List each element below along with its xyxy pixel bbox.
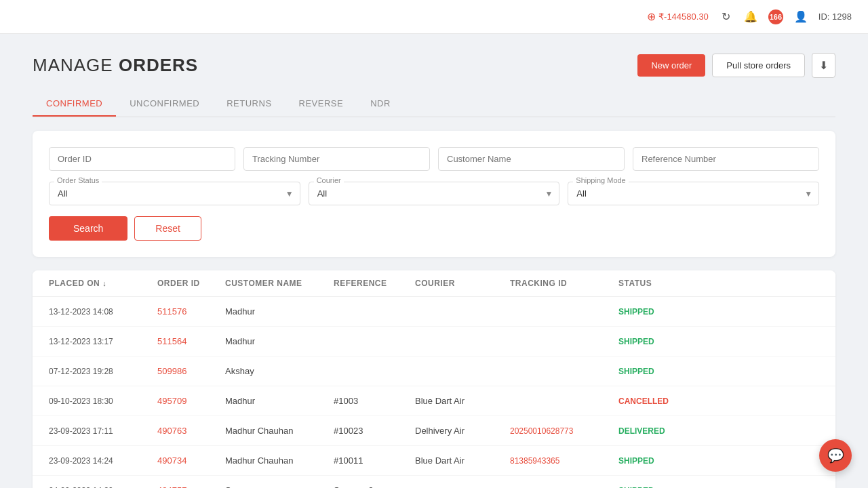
- shipping-mode-select[interactable]: All: [568, 182, 819, 205]
- cell-status: SHIPPED: [618, 456, 693, 466]
- cell-order-id[interactable]: 484757: [157, 485, 225, 488]
- order-status-wrap: Order Status All ▼: [49, 182, 300, 205]
- search-button[interactable]: Search: [49, 216, 127, 241]
- tab-returns[interactable]: RETURNS: [213, 92, 285, 117]
- cell-customer-name: Madhur Chauhan: [225, 426, 334, 436]
- courier-wrap: Courier All ▼: [309, 182, 560, 205]
- cell-status: SHIPPED: [618, 337, 693, 346]
- new-order-button[interactable]: New order: [637, 54, 705, 77]
- navbar: ⊕ ₹-144580.30 ↻ 🔔 166 👤 ID: 1298: [0, 0, 868, 34]
- cell-placed-on: 04-09-2023 14:39: [49, 486, 157, 489]
- cell-order-id[interactable]: 511564: [157, 336, 225, 346]
- user-icon[interactable]: 👤: [794, 10, 808, 24]
- tab-unconfirmed[interactable]: UNCONFIRMED: [116, 92, 213, 117]
- filter-row-inputs: [49, 147, 819, 171]
- page-title-bold: ORDERS: [119, 55, 198, 75]
- table-row: 13-12-2023 13:17511564MadhurSHIPPED: [33, 327, 835, 357]
- page-title-light: MANAGE: [33, 55, 119, 75]
- notification-icon[interactable]: 🔔: [744, 10, 757, 24]
- pull-store-button[interactable]: Pull store orders: [712, 54, 805, 77]
- table-row: 23-09-2023 14:24490734Madhur Chauhan#100…: [33, 446, 835, 476]
- cell-placed-on: 09-10-2023 18:30: [49, 396, 157, 406]
- page-header: MANAGE ORDERS New order Pull store order…: [33, 53, 835, 78]
- reset-button[interactable]: Reset: [134, 216, 201, 241]
- cell-status: DELIVERED: [618, 426, 693, 436]
- header-actions: New order Pull store orders ⬇: [637, 53, 835, 78]
- th-order_id: ORDER ID: [157, 279, 225, 288]
- tracking-number-input[interactable]: [243, 147, 430, 171]
- cell-placed-on: 13-12-2023 13:17: [49, 337, 157, 346]
- cell-status: SHIPPED: [618, 486, 693, 489]
- tab-reverse[interactable]: REVERSE: [285, 92, 357, 117]
- customer-name-input[interactable]: [438, 147, 625, 171]
- cell-placed-on: 23-09-2023 14:24: [49, 456, 157, 466]
- cell-order-id[interactable]: 509986: [157, 366, 225, 376]
- cell-order-id[interactable]: 495709: [157, 396, 225, 406]
- cell-courier: Delhivery Air: [415, 426, 510, 436]
- cell-customer-name: Akshay: [225, 366, 334, 376]
- filter-row-selects: Order Status All ▼ Courier All ▼ Shippin…: [49, 182, 819, 205]
- filter-actions: Search Reset: [49, 216, 819, 241]
- table-row: 04-09-2023 14:39484757SuganyaSuganya2SHI…: [33, 476, 835, 488]
- cell-status: SHIPPED: [618, 307, 693, 317]
- th-customer_name: CUSTOMER NAME: [225, 279, 334, 288]
- reference-number-input[interactable]: [633, 147, 819, 171]
- cell-reference: Suganya2: [334, 485, 415, 488]
- chat-fab-button[interactable]: 💬: [819, 439, 852, 472]
- main-container: MANAGE ORDERS New order Pull store order…: [0, 34, 868, 488]
- cell-status: CANCELLED: [618, 396, 693, 406]
- cell-placed-on: 07-12-2023 19:28: [49, 367, 157, 376]
- order-status-label: Order Status: [54, 176, 102, 184]
- cell-reference: #1003: [334, 396, 415, 406]
- sort-arrow-placed_on: ↓: [102, 279, 106, 287]
- table-body: 13-12-2023 14:08511576MadhurSHIPPED13-12…: [33, 297, 835, 488]
- download-icon: ⬇: [819, 60, 828, 71]
- table-row: 13-12-2023 14:08511576MadhurSHIPPED: [33, 297, 835, 327]
- balance-display: ⊕ ₹-144580.30: [647, 10, 709, 23]
- cell-customer-name: Madhur Chauhan: [225, 455, 334, 466]
- courier-label: Courier: [314, 176, 344, 184]
- shipping-mode-label: Shipping Mode: [573, 176, 628, 184]
- page-title: MANAGE ORDERS: [33, 55, 198, 76]
- th-tracking_id: TRACKING ID: [510, 279, 618, 288]
- cell-tracking-id[interactable]: 81385943365: [510, 456, 618, 466]
- cell-customer-name: Madhur: [225, 336, 334, 346]
- cell-reference: #10011: [334, 455, 415, 466]
- shipping-mode-wrap: Shipping Mode All ▼: [568, 182, 819, 205]
- th-courier: COURIER: [415, 279, 510, 288]
- balance-amount: ₹-144580.30: [658, 12, 709, 22]
- cell-status: SHIPPED: [618, 367, 693, 376]
- table-row: 07-12-2023 19:28509986AkshaySHIPPED: [33, 357, 835, 386]
- tab-ndr[interactable]: NDR: [357, 92, 404, 117]
- user-id-display: ID: 1298: [818, 12, 852, 22]
- chat-icon: 💬: [827, 447, 844, 464]
- cell-customer-name: Suganya: [225, 485, 334, 488]
- cell-order-id[interactable]: 511576: [157, 306, 225, 317]
- tab-confirmed[interactable]: CONFIRMED: [33, 92, 116, 117]
- filter-card: Order Status All ▼ Courier All ▼ Shippin…: [33, 131, 835, 257]
- cell-reference: #10023: [334, 426, 415, 436]
- th-placed_on[interactable]: PLACED ON↓: [49, 279, 157, 288]
- cell-tracking-id[interactable]: 20250010628773: [510, 426, 618, 436]
- notification-badge[interactable]: 166: [768, 9, 783, 24]
- cell-order-id[interactable]: 490763: [157, 426, 225, 436]
- tabs-container: CONFIRMEDUNCONFIRMEDRETURNSREVERSENDR: [33, 92, 835, 117]
- download-button[interactable]: ⬇: [812, 53, 835, 78]
- cell-courier: Blue Dart Air: [415, 455, 510, 466]
- courier-select[interactable]: All: [309, 182, 560, 205]
- cell-courier: Blue Dart Air: [415, 396, 510, 406]
- th-status: STATUS: [618, 279, 693, 288]
- cell-order-id[interactable]: 490734: [157, 455, 225, 466]
- th-reference: REFERENCE: [334, 279, 415, 288]
- cell-placed-on: 23-09-2023 17:11: [49, 426, 157, 436]
- table-row: 23-09-2023 17:11490763Madhur Chauhan#100…: [33, 416, 835, 446]
- table-header: PLACED ON↓ORDER IDCUSTOMER NAMEREFERENCE…: [33, 270, 835, 297]
- cell-placed-on: 13-12-2023 14:08: [49, 307, 157, 317]
- balance-icon: ⊕: [647, 10, 656, 23]
- cell-customer-name: Madhur: [225, 306, 334, 317]
- table-row: 09-10-2023 18:30495709Madhur#1003Blue Da…: [33, 386, 835, 416]
- refresh-icon[interactable]: ↻: [719, 10, 733, 24]
- order-status-select[interactable]: All: [49, 182, 300, 205]
- order-id-input[interactable]: [49, 147, 235, 171]
- orders-table: PLACED ON↓ORDER IDCUSTOMER NAMEREFERENCE…: [33, 270, 835, 488]
